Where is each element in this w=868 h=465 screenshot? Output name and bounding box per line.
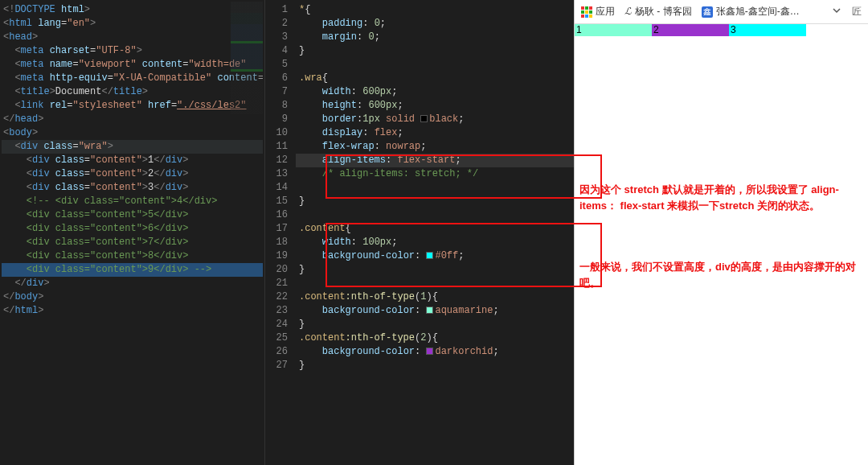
code-line[interactable]: align-items: flex-start; (296, 154, 574, 167)
code-line[interactable]: } (296, 318, 574, 331)
line-number: 12 (265, 154, 296, 167)
favicon-1: ℒ (624, 6, 632, 18)
line-number: 17 (265, 222, 296, 236)
code-line[interactable]: </head> (2, 113, 263, 126)
line-number: 19 (265, 249, 296, 263)
code-line[interactable] (296, 208, 574, 222)
code-line[interactable] (296, 277, 574, 290)
editor-pane-css[interactable]: 1234567891011121314151617181920212223242… (265, 0, 574, 465)
code-line[interactable]: <meta charset="UTF-8"> (2, 44, 263, 58)
code-line[interactable]: margin: 0; (296, 31, 574, 44)
code-line[interactable]: /* align-items: stretch; */ (296, 167, 574, 181)
code-line[interactable]: <div class="content">2</div> (2, 167, 263, 181)
code-line[interactable]: flex-wrap: nowrap; (296, 140, 574, 154)
code-line[interactable]: <div class="content">6</div> (2, 222, 263, 236)
code-line[interactable]: <body> (2, 126, 263, 140)
line-number: 15 (265, 195, 296, 208)
code-line[interactable]: background-color: #0ff; (296, 249, 574, 263)
code-line[interactable]: <div class="content">1</div> (2, 154, 263, 167)
apps-label: 应用 (596, 5, 615, 19)
bookmark-label-1: 杨耿 - 博客园 (635, 5, 692, 19)
line-gutter: 1234567891011121314151617181920212223242… (265, 0, 296, 465)
code-line[interactable]: <div class="content">5</div> (2, 208, 263, 222)
code-line[interactable]: *{ (296, 3, 574, 17)
code-line[interactable] (296, 58, 574, 72)
code-line[interactable]: <div class="content">3</div> (2, 181, 263, 195)
code-line[interactable]: .content:nth-of-type(1){ (296, 290, 574, 304)
line-number: 23 (265, 304, 296, 318)
code-line[interactable]: <!DOCTYPE html> (2, 3, 263, 17)
code-line[interactable]: <div class="content">9</div> --> (2, 263, 263, 277)
code-line[interactable]: border:1px solid black; (296, 113, 574, 126)
code-line[interactable]: } (296, 263, 574, 277)
code-line[interactable]: padding: 0; (296, 17, 574, 31)
code-line[interactable] (296, 181, 574, 195)
preview-wra: 1 2 3 (575, 24, 868, 36)
line-number: 4 (265, 44, 296, 58)
code-line[interactable]: .content:nth-of-type(2){ (296, 331, 574, 345)
apps-icon (581, 6, 592, 18)
code-line[interactable]: <meta name="viewport" content="width=de" (2, 58, 263, 72)
line-number: 1 (265, 3, 296, 17)
favicon-2: 鑫 (702, 6, 713, 18)
editor-pane-html[interactable]: <!DOCTYPE html><html lang="en"><head> <m… (0, 0, 265, 465)
preview-cell-2: 2 (652, 24, 729, 36)
code-line[interactable]: <html lang="en"> (2, 17, 263, 31)
annotation-1: 因为这个 stretch 默认就是开着的，所以我设置了 align-items：… (579, 182, 862, 213)
code-line[interactable]: <head> (2, 31, 263, 44)
code-body-css[interactable]: *{ padding: 0; margin: 0;} .wra{ width: … (296, 0, 574, 465)
code-line[interactable]: <div class="content">7</div> (2, 236, 263, 249)
bookmark-item-2[interactable]: 鑫 张鑫旭-鑫空间-鑫… (702, 5, 800, 19)
code-line[interactable]: } (296, 44, 574, 58)
line-number: 9 (265, 113, 296, 126)
bookmarks-bar[interactable]: 应用 ℒ 杨耿 - 博客园 鑫 张鑫旭-鑫空间-鑫… 匠 (575, 0, 868, 24)
preview-cell-3: 3 (729, 24, 806, 36)
line-number: 10 (265, 126, 296, 140)
line-number: 11 (265, 140, 296, 154)
code-line[interactable]: } (296, 359, 574, 372)
browser-pane: 应用 ℒ 杨耿 - 博客园 鑫 张鑫旭-鑫空间-鑫… 匠 1 2 3 因为这个 … (574, 0, 868, 465)
line-number: 21 (265, 277, 296, 290)
code-line[interactable]: height: 600px; (296, 99, 574, 113)
line-number: 25 (265, 331, 296, 345)
code-line[interactable]: display: flex; (296, 126, 574, 140)
code-line[interactable]: <link rel="stylesheet" href="./css/les2" (2, 99, 263, 113)
minimap[interactable] (231, 2, 263, 114)
code-line[interactable]: width: 100px; (296, 236, 574, 249)
line-number: 3 (265, 31, 296, 44)
code-line[interactable]: } (296, 195, 574, 208)
code-line[interactable]: <title>Document</title> (2, 85, 263, 99)
line-number: 2 (265, 17, 296, 31)
code-line[interactable]: <div class="wra"> (2, 140, 263, 154)
code-line[interactable]: </html> (2, 304, 263, 318)
line-number: 16 (265, 208, 296, 222)
bookmarks-overflow-icon[interactable] (831, 5, 842, 19)
truncated-item: 匠 (852, 5, 862, 19)
bookmark-label-2: 张鑫旭-鑫空间-鑫… (716, 5, 800, 19)
code-body-html[interactable]: <!DOCTYPE html><html lang="en"><head> <m… (2, 3, 263, 318)
code-line[interactable]: width: 600px; (296, 85, 574, 99)
line-number: 18 (265, 236, 296, 249)
preview-cell-1: 1 (575, 24, 652, 36)
line-number: 6 (265, 72, 296, 85)
line-number: 20 (265, 263, 296, 277)
line-number: 22 (265, 290, 296, 304)
bookmark-item-1[interactable]: ℒ 杨耿 - 博客园 (624, 5, 692, 19)
code-line[interactable]: </body> (2, 290, 263, 304)
code-line[interactable]: </div> (2, 277, 263, 290)
line-number: 5 (265, 58, 296, 72)
code-line[interactable]: background-color: aquamarine; (296, 304, 574, 318)
line-number: 24 (265, 318, 296, 331)
code-line[interactable]: <meta http-equiv="X-UA-Compatible" conte… (2, 72, 263, 85)
code-line[interactable]: <!-- <div class="content">4</div> (2, 195, 263, 208)
code-line[interactable]: <div class="content">8</div> (2, 249, 263, 263)
root: <!DOCTYPE html><html lang="en"><head> <m… (0, 0, 868, 465)
code-line[interactable]: background-color: darkorchid; (296, 345, 574, 359)
apps-button[interactable]: 应用 (581, 5, 615, 19)
line-number: 8 (265, 99, 296, 113)
line-number: 13 (265, 167, 296, 181)
line-number: 14 (265, 181, 296, 195)
rendered-page: 1 2 3 因为这个 stretch 默认就是开着的，所以我设置了 align-… (575, 24, 868, 465)
code-line[interactable]: .content{ (296, 222, 574, 236)
code-line[interactable]: .wra{ (296, 72, 574, 85)
